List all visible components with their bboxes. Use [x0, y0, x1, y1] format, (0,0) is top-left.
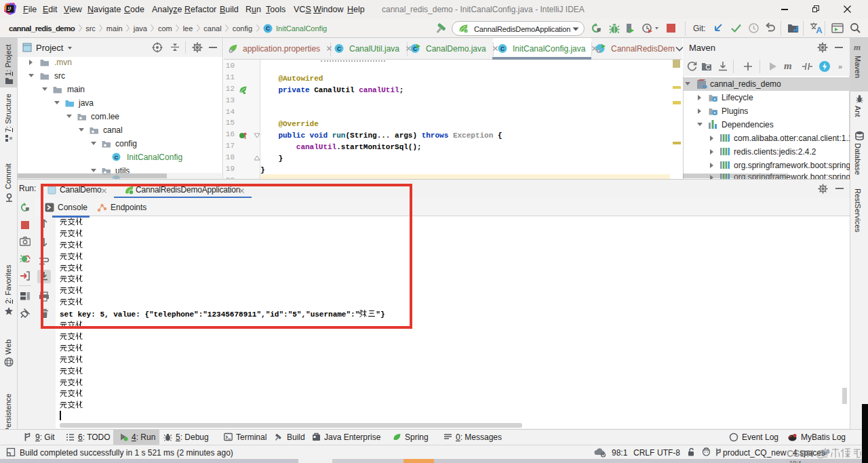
svg-text:IJ: IJ	[8, 6, 11, 10]
svg-text:C: C	[266, 25, 270, 32]
svg-text:C: C	[500, 45, 505, 52]
svg-text:CSDN @: CSDN @	[787, 448, 825, 459]
svg-text:C: C	[337, 45, 341, 52]
svg-text:A: A	[816, 25, 823, 35]
